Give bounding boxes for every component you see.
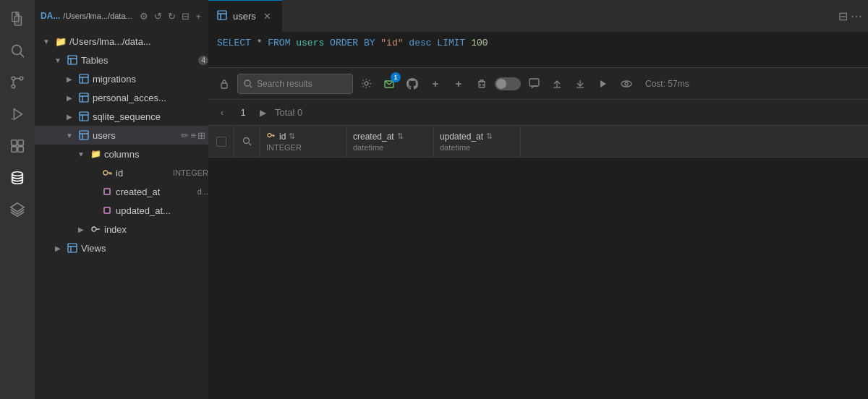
add-connection-icon[interactable]: + [194,9,203,23]
notification-icon[interactable]: 1 [379,74,399,94]
delete-icon[interactable] [472,74,492,94]
upload-icon[interactable] [547,74,567,94]
search-icon [244,80,252,88]
tree-item-views[interactable]: ▶ Views [35,239,208,257]
chevron-right-icon: ▶ [64,92,75,103]
users-label: users [93,130,178,141]
source-control-icon[interactable] [4,69,30,95]
svg-point-37 [92,227,96,231]
svg-point-5 [20,77,23,80]
sql-limit-value: 100 [471,38,488,48]
svg-rect-34 [105,189,109,194]
tree-item-root[interactable]: ▼ 📁 /Users/lma.../data... [35,32,208,51]
refresh-cw-icon[interactable]: ↻ [166,9,177,23]
tree-item-index[interactable]: ▶ index [35,220,208,239]
split-editor-icon[interactable]: ⊟ [838,9,848,23]
lock-icon[interactable] [214,74,234,94]
split-icon[interactable]: ⊟ [180,9,191,23]
settings-icon[interactable] [356,74,376,94]
svg-rect-20 [80,93,88,102]
sqlite-sequence-label: sqlite_sequence [93,111,208,122]
preview-icon[interactable] [616,74,637,94]
new-tab-icon[interactable]: ⊞ [197,130,205,141]
tab-close-icon[interactable]: ✕ [262,11,273,22]
tree-item-updated-at-column[interactable]: ▶ updated_at... [35,201,208,220]
svg-marker-58 [600,80,606,87]
data-grid: id ⇅ INTEGER created_at ⇅ datetime updat… [208,126,868,399]
list-icon[interactable]: ≡ [190,130,196,141]
svg-point-48 [365,82,368,85]
svg-point-59 [621,81,631,87]
id-column-label: id [116,168,167,179]
index-label: index [104,224,208,235]
chat-icon[interactable] [524,74,544,94]
columns-label: columns [104,149,208,160]
edit-icon[interactable]: ✏ [181,130,189,141]
row-search-icon[interactable] [242,137,252,146]
key-icon [266,131,275,142]
tree-item-created-at-column[interactable]: ▶ created_at d... [35,182,208,201]
file-tree: ▼ 📁 /Users/lma.../data... ▼ Tables 4 ▶ [35,32,208,399]
svg-rect-9 [18,140,23,145]
add-row-icon[interactable]: + [425,74,446,94]
sidebar: DA... /Users/lma.../data... ⚙ ↺ ↻ ⊟ + ▼ … [35,0,208,399]
tree-item-id-column[interactable]: ▶ id INTEGER [35,163,208,182]
search-results-input[interactable] [257,79,344,89]
svg-point-4 [12,85,15,88]
github-icon[interactable] [402,74,422,94]
tables-count-badge: 4 [198,56,208,65]
download-icon[interactable] [570,74,590,94]
main-content: users ✕ ⊟ ⋯ SELECT * FROM users ORDER BY… [208,0,868,399]
chevron-down-icon: ▼ [75,148,87,160]
search-icon[interactable] [4,38,30,64]
svg-rect-11 [18,147,23,152]
id-sort-icon[interactable]: ⇅ [289,132,295,141]
svg-point-60 [625,82,628,85]
tree-item-personal-access[interactable]: ▶ personal_acces... [35,88,208,107]
tree-item-sqlite-sequence[interactable]: ▶ sqlite_sequence [35,107,208,126]
tree-item-columns[interactable]: ▼ 📁 columns [35,145,208,163]
created-at-col-type: datetime [353,143,427,152]
created-at-column-header: created_at ⇅ datetime [347,126,434,157]
toggle-switch[interactable] [495,77,521,90]
select-all-checkbox[interactable] [216,137,226,147]
expand-pages-icon[interactable]: ▶ [256,106,269,119]
query-editor[interactable]: SELECT * FROM users ORDER BY "id" desc L… [208,32,868,68]
svg-rect-8 [12,140,17,145]
add-column-icon[interactable]: + [448,74,469,94]
id-col-type: INTEGER [266,143,341,152]
prev-page-button[interactable]: ‹ [214,105,230,121]
sidebar-prefix: DA... [41,11,60,21]
created-at-type-label: d... [197,187,208,196]
tree-item-migrations[interactable]: ▶ migrations [35,69,208,88]
files-icon[interactable] [4,6,30,32]
column-icon [101,186,113,197]
views-icon [67,242,78,254]
extensions-icon[interactable] [4,133,30,159]
views-label: Views [81,243,208,254]
tree-item-tables[interactable]: ▼ Tables 4 [35,51,208,69]
svg-rect-39 [68,244,77,252]
layers-icon[interactable] [4,197,30,223]
svg-point-6 [12,77,15,80]
refresh-icon[interactable]: ↺ [153,9,163,23]
more-actions-icon[interactable]: ⋯ [851,9,862,23]
sidebar-header: DA... /Users/lma.../data... ⚙ ↺ ↻ ⊟ + [35,0,208,32]
svg-point-29 [103,171,108,175]
chevron-right-icon: ▶ [64,73,75,85]
table-icon [67,54,78,66]
run-debug-icon[interactable] [4,101,30,127]
tree-item-users[interactable]: ▼ users ✏ ≡ ⊞ [35,126,208,145]
svg-point-63 [268,134,271,137]
settings-gear-icon[interactable]: ⚙ [138,9,150,23]
database-icon[interactable] [4,165,30,191]
chevron-down-icon: ▼ [64,129,75,141]
updated-at-sort-icon[interactable]: ⇅ [486,132,493,141]
root-path-label: /Users/lma.../data... [69,36,208,47]
created-at-sort-icon[interactable]: ⇅ [397,132,404,141]
run-query-icon[interactable] [593,74,613,94]
users-tab[interactable]: users ✕ [208,0,282,32]
svg-line-3 [20,53,24,57]
svg-rect-17 [80,74,88,83]
updated-at-col-type: datetime [440,143,514,152]
